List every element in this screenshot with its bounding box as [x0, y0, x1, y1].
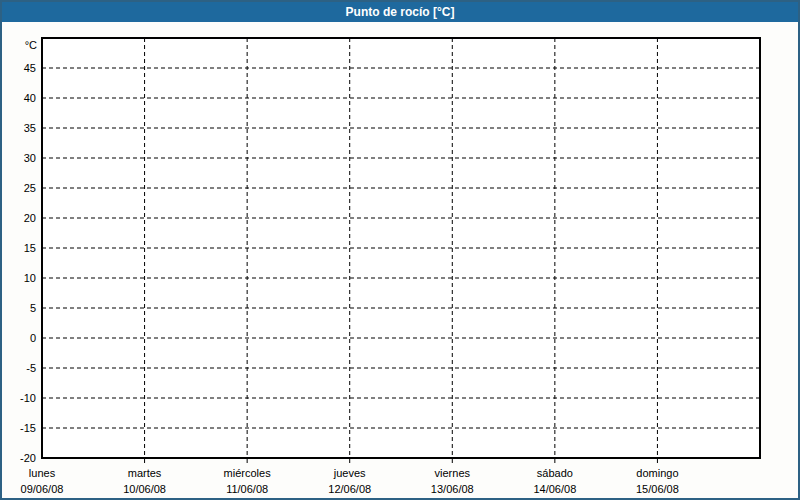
x-axis-date-label: 11/06/08 — [226, 483, 268, 495]
x-axis-date-label: 09/06/08 — [21, 483, 64, 495]
x-axis-day-label: miércoles — [224, 467, 272, 479]
x-axis-date-label: 14/06/08 — [533, 483, 576, 495]
y-tick-label: 15 — [24, 242, 36, 254]
y-tick-label: 0 — [30, 332, 36, 344]
title-bar: Punto de rocío [°C] — [2, 2, 798, 22]
y-tick-label: -5 — [26, 362, 36, 374]
y-tick-label: -10 — [20, 392, 36, 404]
y-tick-label: -20 — [20, 452, 36, 464]
y-tick-label: 20 — [24, 212, 36, 224]
y-tick-label: 45 — [24, 62, 36, 74]
y-tick-label: 5 — [30, 302, 36, 314]
x-axis-date-label: 15/06/08 — [636, 483, 679, 495]
y-tick-label: 40 — [24, 92, 36, 104]
x-axis-day-label: lunes — [29, 467, 56, 479]
y-axis-unit-label: °C — [25, 39, 37, 51]
y-tick-label: 30 — [24, 152, 36, 164]
chart-area: °C454035302520151050-5-10-15-20lunes09/0… — [2, 22, 798, 498]
y-tick-label: 25 — [24, 182, 36, 194]
x-axis-date-label: 13/06/08 — [431, 483, 474, 495]
x-axis-day-label: martes — [128, 467, 162, 479]
x-axis-day-label: viernes — [435, 467, 471, 479]
x-axis-day-label: sábado — [537, 467, 573, 479]
y-tick-label: 35 — [24, 122, 36, 134]
y-tick-label: -15 — [20, 422, 36, 434]
x-axis-date-label: 10/06/08 — [123, 483, 166, 495]
dew-point-chart: °C454035302520151050-5-10-15-20lunes09/0… — [2, 22, 798, 498]
chart-title: Punto de rocío [°C] — [346, 5, 455, 19]
x-axis-day-label: jueves — [333, 467, 366, 479]
y-tick-label: 10 — [24, 272, 36, 284]
x-axis-day-label: domingo — [636, 467, 678, 479]
chart-window: Punto de rocío [°C] °C454035302520151050… — [0, 0, 800, 500]
x-axis-date-label: 12/06/08 — [328, 483, 371, 495]
